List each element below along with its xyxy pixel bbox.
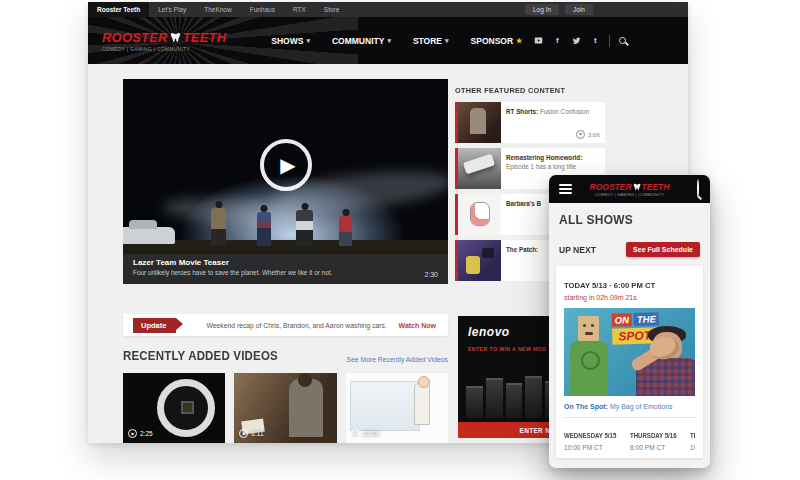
utility-tab-funhaus[interactable]: Funhaus	[241, 2, 284, 17]
nav-label-community: COMMUNITY	[332, 36, 384, 46]
thumbnail-art-person	[289, 379, 323, 437]
schedule-column: WEDNESDAY 5/15 10:00 PM CT	[564, 424, 619, 451]
main-nav: SHOWS ▾ COMMUNITY ▾ STORE ▾ SPONSOR ★	[260, 36, 533, 46]
watch-now-link[interactable]: Watch Now	[399, 322, 436, 329]
utility-tab-lets-play[interactable]: Let's Play	[149, 2, 195, 17]
video-duration: 12:14	[363, 430, 379, 437]
site-header: ROOSTER TEETH COMEDY | GAMING | COMMUNIT…	[88, 17, 688, 64]
sponsor-star-icon: ★	[516, 37, 522, 45]
chevron-down-icon: ▾	[445, 37, 449, 45]
featured-item-subtitle: Episode 1 has a long title	[506, 163, 576, 170]
nav-item-sponsor[interactable]: SPONSOR ★	[460, 36, 534, 46]
featured-item-body: RT Shorts: Fusion Confusion ▶ 3:06	[501, 102, 605, 143]
video-thumbnail[interactable]: ▶ 2:25	[123, 373, 225, 443]
play-icon: ▶	[239, 429, 248, 438]
join-button[interactable]: Join	[565, 4, 593, 15]
youtube-icon[interactable]	[533, 36, 543, 46]
duration-text: 3:06	[588, 130, 600, 139]
featured-item-thumbnail	[455, 148, 501, 189]
page: Rooster Teeth Let's Play TheKnow Funhaus…	[0, 0, 800, 480]
tower-graphic	[525, 376, 542, 418]
hero-description: Four unlikely heroes have to save the pl…	[133, 269, 438, 276]
twitter-icon[interactable]	[571, 36, 581, 46]
ad-computer-towers	[466, 372, 562, 418]
tooth-icon	[170, 32, 181, 43]
video-thumbnail[interactable]: ▶ 12:14	[346, 373, 448, 443]
featured-item-title: Remastering Homeworld:	[506, 154, 582, 161]
nav-label-shows: SHOWS	[271, 36, 303, 46]
mobile-header: ROOSTER TEETH COMEDY | GAMING | COMMUNIT…	[549, 175, 710, 203]
video-thumbnail[interactable]: ▶ 6:11	[234, 373, 336, 443]
utility-tab-rtx[interactable]: RTX	[284, 2, 315, 17]
facebook-icon[interactable]: f	[552, 36, 562, 46]
social-icons: f t	[533, 35, 626, 47]
featured-item-thumbnail	[455, 240, 501, 281]
hero-figure	[339, 216, 352, 246]
nav-label-sponsor: SPONSOR	[471, 36, 514, 46]
hero-duration: 2:30	[424, 271, 438, 278]
art-paper-bag-head	[578, 316, 599, 343]
search-icon[interactable]	[619, 37, 626, 44]
hero-title: Lazer Team Movie Teaser	[133, 258, 438, 267]
update-bar: Update Weekend recap of Chris, Brandon, …	[123, 314, 448, 336]
see-more-link[interactable]: See More Recently Added Videos	[346, 356, 448, 363]
utility-tab-store[interactable]: Store	[315, 2, 349, 17]
tower-graphic	[486, 378, 503, 418]
see-full-schedule-button[interactable]: See Full Schedule	[626, 242, 700, 257]
thumbnail-art-character	[414, 383, 430, 425]
header-divider	[609, 35, 610, 47]
play-button[interactable]: ▶	[260, 139, 312, 191]
nav-item-shows[interactable]: SHOWS ▾	[260, 36, 321, 46]
hero-figure	[257, 212, 271, 246]
featured-item-title: The Patch:	[506, 246, 538, 253]
schedule-strip[interactable]: WEDNESDAY 5/15 10:00 PM CT THURSDAY 5/16…	[564, 417, 695, 451]
tooth-icon	[633, 183, 641, 191]
play-icon: ▶	[128, 429, 137, 438]
utility-tab-rooster-teeth[interactable]: Rooster Teeth	[88, 2, 149, 17]
schedule-day: WEDNESDAY 5/15	[564, 432, 616, 439]
featured-item[interactable]: RT Shorts: Fusion Confusion ▶ 3:06	[455, 102, 605, 143]
update-message: Weekend recap of Chris, Brandon, and Aar…	[206, 322, 386, 329]
video-meta: ▶ 6:11	[239, 429, 263, 438]
featured-item-thumbnail	[455, 194, 501, 235]
hero-police-car	[123, 227, 175, 244]
schedule-time: 10:00 PM CT	[564, 444, 619, 451]
tumblr-icon[interactable]: t	[590, 36, 600, 46]
schedule-day: TH	[690, 432, 695, 439]
next-show-datetime: TODAY 5/13 · 6:00 PM CT	[564, 281, 655, 290]
mobile-page-title: ALL SHOWS	[559, 212, 633, 227]
hamburger-menu-icon[interactable]	[559, 184, 572, 194]
up-next-card: TODAY 5/13 · 6:00 PM CT starting in 02h …	[556, 266, 703, 458]
nav-label-store: STORE	[413, 36, 442, 46]
show-caption-rest: My Bag of Emotions	[608, 403, 673, 410]
play-icon: ▶	[351, 429, 360, 438]
tower-graphic	[466, 386, 483, 418]
hero-figure	[211, 208, 226, 246]
site-logo[interactable]: ROOSTER TEETH COMEDY | GAMING | COMMUNIT…	[102, 30, 226, 52]
schedule-column: TH 10	[690, 424, 695, 451]
video-duration: 6:11	[251, 430, 263, 437]
nav-item-community[interactable]: COMMUNITY ▾	[321, 36, 402, 46]
mobile-logo-text: ROOSTER TEETH	[590, 182, 670, 192]
featured-video-player[interactable]: ▶ Lazer Team Movie Teaser Four unlikely …	[123, 79, 448, 284]
logo-text-right: TEETH	[642, 182, 670, 192]
mobile-logo[interactable]: ROOSTER TEETH COMEDY | GAMING | COMMUNIT…	[590, 182, 670, 197]
chevron-down-icon: ▾	[387, 37, 391, 45]
utility-bar: Rooster Teeth Let's Play TheKnow Funhaus…	[88, 2, 688, 17]
schedule-time: 10	[690, 444, 695, 451]
log-in-button[interactable]: Log In	[525, 4, 559, 15]
hero-caption: Lazer Team Movie Teaser Four unlikely he…	[123, 254, 448, 284]
art-facepalm-figure	[636, 328, 695, 396]
update-badge: Update	[133, 318, 176, 333]
mobile-site-card: ROOSTER TEETH COMEDY | GAMING | COMMUNIT…	[549, 175, 710, 468]
utility-tab-theknow[interactable]: TheKnow	[195, 2, 240, 17]
logo-text: ROOSTER TEETH	[102, 30, 226, 45]
recently-added-videos: ▶ 2:25 ▶ 6:11 ▶ 12:14	[123, 373, 448, 443]
show-art-on-the-spot[interactable]: ON THE SPOT	[564, 308, 695, 396]
featured-item-title: RT Shorts:	[506, 108, 538, 115]
featured-item-thumbnail	[455, 102, 501, 143]
nav-item-store[interactable]: STORE ▾	[402, 36, 460, 46]
mobile-search-icon[interactable]	[697, 180, 699, 198]
mobile-logo-tagline: COMEDY | GAMING | COMMUNITY	[590, 193, 670, 197]
show-caption-link[interactable]: On The Spot: My Bag of Emotions	[564, 403, 695, 410]
